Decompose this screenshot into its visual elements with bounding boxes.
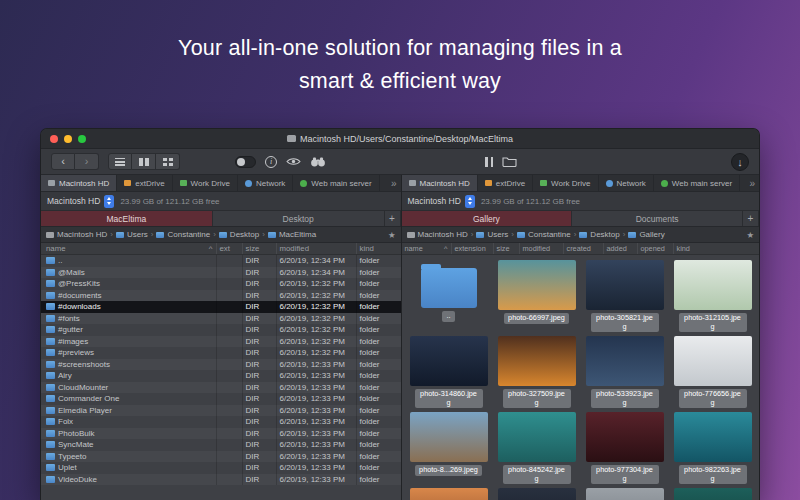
grid-item[interactable]: photo-982263.jpeg — [669, 412, 757, 488]
table-row[interactable]: VideoDukeDIR6/20/19, 12:33 PMfolder — [41, 474, 401, 486]
table-row[interactable]: UpletDIR6/20/19, 12:33 PMfolder — [41, 462, 401, 474]
column-header-kind[interactable]: kind — [357, 243, 401, 254]
drive-tab-web-main-server[interactable]: Web main server — [293, 175, 379, 191]
downloads-button[interactable]: ↓ — [731, 153, 749, 171]
table-row[interactable]: SyncMateDIR6/20/19, 12:33 PMfolder — [41, 439, 401, 451]
column-header-modified[interactable]: modified — [520, 243, 564, 254]
column-header-name[interactable]: name^ — [402, 243, 452, 254]
breadcrumb-item[interactable]: Macintosh HD — [407, 230, 468, 239]
quick-look-eye-icon[interactable] — [286, 157, 301, 166]
drive-tab-web-main-server[interactable]: Web main server — [654, 175, 740, 191]
breadcrumb-item[interactable]: Macintosh HD — [46, 230, 107, 239]
info-button[interactable]: i — [265, 156, 277, 168]
column-header-size[interactable]: size — [243, 243, 277, 254]
table-row[interactable]: TypeetoDIR6/20/19, 12:33 PMfolder — [41, 451, 401, 463]
zoom-button[interactable] — [78, 135, 86, 143]
drive-selector[interactable]: Macintosh HD — [408, 195, 475, 208]
tab-desktop[interactable]: Desktop — [213, 211, 385, 226]
drive-selector[interactable]: Macintosh HD — [47, 195, 114, 208]
grid-item[interactable]: photo-305821.jpeg — [581, 260, 669, 336]
thumbnail-view-button[interactable] — [156, 153, 180, 170]
column-view-button[interactable] — [132, 153, 156, 170]
table-row[interactable]: @MailsDIR6/20/19, 12:34 PMfolder — [41, 267, 401, 279]
grid-item[interactable]: photo-327509.jpeg — [493, 336, 581, 412]
table-row[interactable]: @PressKitsDIR6/20/19, 12:32 PMfolder — [41, 278, 401, 290]
tab-gallery[interactable]: Gallery — [402, 211, 573, 226]
cell-size: DIR — [243, 382, 277, 394]
column-header-created[interactable]: created — [564, 243, 604, 254]
tab-maceltima[interactable]: MacEltima — [41, 211, 213, 226]
grid-item[interactable] — [493, 488, 581, 500]
list-view-button[interactable] — [108, 153, 132, 170]
drive-tab-network[interactable]: Network — [599, 175, 654, 191]
grid-item[interactable]: .. — [405, 260, 493, 336]
grid-item[interactable]: photo-8...269.jpeg — [405, 412, 493, 488]
column-header-modified[interactable]: modified — [277, 243, 357, 254]
grid-item[interactable]: photo-977304.jpeg — [581, 412, 669, 488]
grid-item[interactable] — [581, 488, 669, 500]
new-tab-button[interactable]: + — [743, 211, 759, 226]
drive-tab-extdrive[interactable]: extDrive — [478, 175, 533, 191]
drive-tab-macintosh-hd[interactable]: Macintosh HD — [41, 175, 117, 191]
column-header-name[interactable]: name^ — [41, 243, 217, 254]
table-row[interactable]: Elmedia PlayerDIR6/20/19, 12:33 PMfolder — [41, 405, 401, 417]
grid-item[interactable] — [669, 488, 757, 500]
drive-tab-work-drive[interactable]: Work Drive — [173, 175, 238, 191]
drive-tab-extdrive[interactable]: extDrive — [117, 175, 172, 191]
drive-selector-stepper[interactable] — [104, 195, 114, 208]
breadcrumb-item[interactable]: Gallery — [628, 230, 664, 239]
grid-item[interactable]: photo-845242.jpeg — [493, 412, 581, 488]
table-row[interactable]: #fontsDIR6/20/19, 12:32 PMfolder — [41, 313, 401, 325]
column-header-size[interactable]: size — [494, 243, 520, 254]
breadcrumb-item[interactable]: Constantine — [517, 230, 571, 239]
cell-name: Elmedia Player — [41, 405, 217, 417]
grid-item[interactable]: photo-533923.jpeg — [581, 336, 669, 412]
close-button[interactable] — [50, 135, 58, 143]
drive-tab-network[interactable]: Network — [238, 175, 293, 191]
more-drives-chevron[interactable]: » — [745, 175, 759, 191]
drive-tab-macintosh-hd[interactable]: Macintosh HD — [402, 175, 478, 191]
breadcrumb-item[interactable]: Constantine — [156, 230, 210, 239]
new-folder-button[interactable] — [502, 156, 517, 167]
tab-documents[interactable]: Documents — [572, 211, 743, 226]
breadcrumb-item[interactable]: Users — [116, 230, 148, 239]
breadcrumb-item[interactable]: Users — [476, 230, 508, 239]
breadcrumb-item[interactable]: Desktop — [219, 230, 259, 239]
drive-tab-work-drive[interactable]: Work Drive — [533, 175, 598, 191]
grid-item[interactable]: photo-312105.jpeg — [669, 260, 757, 336]
table-row[interactable]: CloudMounterDIR6/20/19, 12:33 PMfolder — [41, 382, 401, 394]
favorites-star-icon[interactable]: ★ — [742, 230, 754, 240]
table-row[interactable]: ..DIR6/20/19, 12:34 PMfolder — [41, 255, 401, 267]
table-row[interactable]: #downloadsDIR6/20/19, 12:32 PMfolder — [41, 301, 401, 313]
favorites-star-icon[interactable]: ★ — [384, 230, 396, 240]
grid-item[interactable] — [405, 488, 493, 500]
table-row[interactable]: AiryDIR6/20/19, 12:33 PMfolder — [41, 370, 401, 382]
table-row[interactable]: FolxDIR6/20/19, 12:33 PMfolder — [41, 416, 401, 428]
queue-pause-button[interactable] — [485, 157, 493, 167]
search-binoculars-icon[interactable] — [310, 157, 326, 167]
table-row[interactable]: PhotoBulkDIR6/20/19, 12:33 PMfolder — [41, 428, 401, 440]
forward-button[interactable]: › — [75, 153, 99, 170]
panel-toggle-switch[interactable] — [235, 156, 256, 168]
back-button[interactable]: ‹ — [51, 153, 75, 170]
table-row[interactable]: #imagesDIR6/20/19, 12:32 PMfolder — [41, 336, 401, 348]
more-drives-chevron[interactable]: » — [387, 175, 401, 191]
column-header-opened[interactable]: opened — [638, 243, 674, 254]
table-row[interactable]: #documentsDIR6/20/19, 12:32 PMfolder — [41, 290, 401, 302]
grid-item[interactable]: photo-314860.jpeg — [405, 336, 493, 412]
column-header-ext[interactable]: ext — [217, 243, 243, 254]
grid-item[interactable]: photo-776656.jpeg — [669, 336, 757, 412]
column-header-kind[interactable]: kind — [674, 243, 760, 254]
breadcrumb-item[interactable]: Desktop — [579, 230, 619, 239]
table-row[interactable]: #gutterDIR6/20/19, 12:32 PMfolder — [41, 324, 401, 336]
column-header-added[interactable]: added — [604, 243, 638, 254]
minimize-button[interactable] — [64, 135, 72, 143]
new-tab-button[interactable]: + — [385, 211, 401, 226]
table-row[interactable]: #previewsDIR6/20/19, 12:32 PMfolder — [41, 347, 401, 359]
breadcrumb-item[interactable]: MacEltima — [268, 230, 316, 239]
column-header-extension[interactable]: extension — [452, 243, 494, 254]
drive-selector-stepper[interactable] — [465, 195, 475, 208]
table-row[interactable]: #screenshootsDIR6/20/19, 12:33 PMfolder — [41, 359, 401, 371]
grid-item[interactable]: photo-66997.jpeg — [493, 260, 581, 336]
table-row[interactable]: Commander OneDIR6/20/19, 12:33 PMfolder — [41, 393, 401, 405]
